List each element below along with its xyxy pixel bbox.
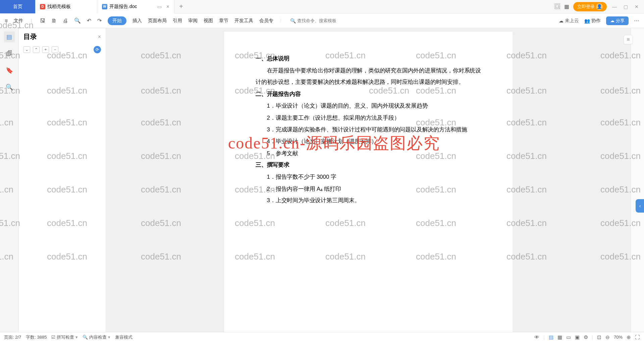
s3-item: 3．上交时间为毕业设计第三周周末。 xyxy=(256,194,481,206)
eye-icon[interactable]: 👁 xyxy=(534,334,539,340)
add-tab-button[interactable]: + xyxy=(174,3,188,10)
main-area: ▤ 🗐 🔖 🔍 目录 × ⌄ ⌃ + − ⟳ 一、总体说明 在开题报告中要求给出… xyxy=(0,28,644,332)
word-count[interactable]: 字数: 3885 xyxy=(26,334,47,340)
saveas-icon[interactable]: 🗎 xyxy=(51,18,57,24)
tab-document[interactable]: W 开题报告.doc ▭ × xyxy=(97,0,174,13)
save-icon[interactable]: 🖫 xyxy=(40,18,45,24)
reading-view-icon[interactable]: ▭ xyxy=(566,334,571,340)
s3-item: 2．报告内容一律用 A₄ 纸打印 xyxy=(256,183,481,194)
side-expand-icon[interactable]: ‹ xyxy=(636,199,644,213)
menu-icon[interactable]: ≡ xyxy=(5,18,8,24)
tab-home[interactable]: 首页 xyxy=(0,0,35,13)
collapse-all-icon[interactable]: ⌄ xyxy=(23,46,30,53)
cloud-status[interactable]: ☁未上云 xyxy=(559,18,579,24)
tab-review[interactable]: 审阅 xyxy=(188,18,198,24)
thumbnail-icon[interactable]: 🗐 xyxy=(4,48,15,59)
content-check-button[interactable]: 🔍内容检查▾ xyxy=(83,334,110,340)
more-icon[interactable]: ⋯ xyxy=(634,17,639,24)
template-icon: D xyxy=(40,4,45,9)
tab-template[interactable]: D 找稻壳模板 xyxy=(35,0,97,13)
close-icon[interactable]: × xyxy=(166,4,169,10)
document-canvas[interactable]: 一、总体说明 在开题报告中要求给出你对课题的理解，类似的研究在国内外的进展情况，… xyxy=(106,28,631,332)
page-view-icon[interactable]: ▤ xyxy=(549,334,553,340)
tab-devtools[interactable]: 开发工具 xyxy=(234,18,253,24)
remove-item-icon[interactable]: − xyxy=(52,46,58,53)
section-3-title: 三、撰写要求 xyxy=(256,159,481,171)
s2-item: 2．课题主要工作（设计思想、拟采用的方法及手段） xyxy=(256,112,481,123)
tab-template-label: 找稻壳模板 xyxy=(47,4,71,10)
cloud-icon: ☁ xyxy=(559,18,564,23)
dual-view-icon[interactable]: ▭ xyxy=(157,4,162,9)
s2-item: 5．参考文献 xyxy=(256,147,481,159)
s2-item: 4．毕业设计（论文）实施计划（进度安排） xyxy=(256,135,481,147)
panel-icon[interactable]: ⿴ xyxy=(555,4,560,10)
doc-icon: W xyxy=(102,4,107,9)
search-input[interactable] xyxy=(297,18,347,23)
outline-icon[interactable]: ▤ xyxy=(4,32,15,42)
web-view-icon[interactable]: ▣ xyxy=(575,334,580,340)
tab-member[interactable]: 会员专 xyxy=(259,18,273,24)
redo-icon[interactable]: ↷ xyxy=(97,17,102,24)
tab-layout[interactable]: 页面布局 xyxy=(148,18,167,24)
avatar-icon: 👤 xyxy=(596,3,603,10)
window-close-icon[interactable]: ✕ xyxy=(633,4,640,9)
s2-item: 3．完成课题的实验条件、预计设计过程中可能遇到的问题以及解决的方法和措施 xyxy=(256,124,481,135)
outline-panel: 目录 × ⌄ ⌃ + − ⟳ xyxy=(19,28,106,332)
outline-close-icon[interactable]: × xyxy=(98,34,101,40)
login-button[interactable]: 立即登录 👤 xyxy=(573,2,607,11)
left-rail: ▤ 🗐 🔖 🔍 xyxy=(0,28,19,332)
zoom-fit-icon[interactable]: ⊡ xyxy=(597,334,601,340)
ai-panel-toggle-icon[interactable]: ≡ xyxy=(624,35,633,44)
status-bar: 页面: 2/7 字数: 3885 ☑拼写检查▾ 🔍内容检查▾ 兼容模式 👁 | … xyxy=(0,332,644,342)
bookmark-icon[interactable]: 🔖 xyxy=(4,65,15,76)
search-icon: 🔍 xyxy=(290,18,296,23)
titlebar: 首页 D 找稻壳模板 W 开题报告.doc ▭ × + ⿴ ▦ 立即登录 👤 —… xyxy=(0,0,644,13)
maximize-icon[interactable]: ▢ xyxy=(622,4,629,9)
s2-item: 1．毕业设计（论文）课题的目的、意义、国内外现状及发展趋势 xyxy=(256,100,481,112)
content-check-icon: 🔍 xyxy=(83,335,88,340)
find-icon[interactable]: 🔍 xyxy=(4,82,15,93)
outline-title: 目录 xyxy=(23,32,37,41)
grid-icon[interactable]: ▦ xyxy=(564,3,569,10)
spellcheck-button[interactable]: ☑拼写检查▾ xyxy=(51,334,78,340)
undo-icon[interactable]: ↶ xyxy=(87,17,91,24)
print-icon[interactable]: 🖨 xyxy=(63,18,68,24)
preview-icon[interactable]: 🔍 xyxy=(74,17,81,24)
share-icon: ☁ xyxy=(610,18,614,23)
collab-button[interactable]: 👥协作 xyxy=(584,18,601,24)
right-rail: ≡ ‹ xyxy=(631,28,644,332)
minimize-icon[interactable]: — xyxy=(611,4,618,9)
zoom-out-icon[interactable]: ⊖ xyxy=(605,334,610,340)
tab-doc-label: 开题报告.doc xyxy=(109,4,137,10)
zoom-in-icon[interactable]: ⊕ xyxy=(627,334,631,340)
spellcheck-icon: ☑ xyxy=(51,335,55,340)
share-button[interactable]: ☁分享 xyxy=(606,16,629,25)
tab-start[interactable]: 开始 xyxy=(108,16,126,25)
zoom-level[interactable]: 70% xyxy=(614,335,623,340)
section-2-title: 二、开题报告内容 xyxy=(256,88,481,100)
page-indicator[interactable]: 页面: 2/7 xyxy=(4,334,21,340)
file-menu[interactable]: 文件 xyxy=(14,18,23,24)
collab-icon: 👥 xyxy=(584,18,590,23)
expand-all-icon[interactable]: ⌃ xyxy=(33,46,40,53)
gear-icon[interactable]: ⚙ xyxy=(584,334,588,340)
tab-view[interactable]: 视图 xyxy=(204,18,213,24)
page: 一、总体说明 在开题报告中要求给出你对课题的理解，类似的研究在国内外的进展情况，… xyxy=(224,32,513,332)
ribbon: ≡ 文件 ｜ 🖫 🗎 🖨 🔍 ↶ ↷ 开始 插入 页面布局 引用 审阅 视图 章… xyxy=(0,13,644,28)
fullscreen-icon[interactable]: ⛶ xyxy=(635,334,640,340)
sync-badge-icon[interactable]: ⟳ xyxy=(94,46,101,53)
section-1-title: 一、总体说明 xyxy=(256,53,481,64)
s3-item: 1．报告字数不少于 3000 字 xyxy=(256,171,481,183)
tab-insert[interactable]: 插入 xyxy=(132,18,142,24)
tab-reference[interactable]: 引用 xyxy=(173,18,182,24)
section-1-body: 在开题报告中要求给出你对课题的理解，类似的研究在国内外的进展情况，你对系统设计的… xyxy=(256,64,481,88)
compat-mode[interactable]: 兼容模式 xyxy=(115,334,132,340)
outline-view-icon[interactable]: ▦ xyxy=(557,334,562,340)
tab-section[interactable]: 章节 xyxy=(219,18,228,24)
add-item-icon[interactable]: + xyxy=(42,46,49,53)
